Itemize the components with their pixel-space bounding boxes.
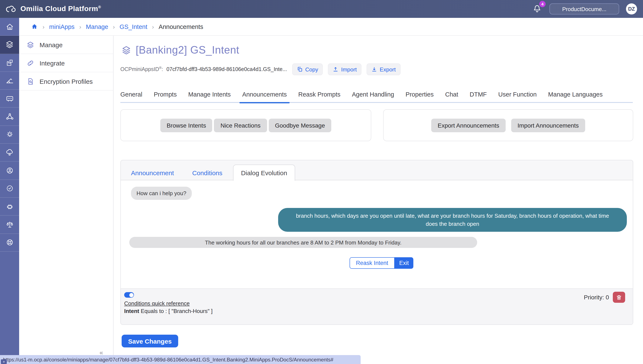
tab-properties[interactable]: Properties — [406, 91, 434, 102]
miniapps-id-value: 07cf7bfd-dff3-4b53-989d-86106e0ca4d1.GS_… — [166, 66, 287, 72]
announcement-editor-panel: Announcement Conditions Dialog Evolution… — [120, 160, 633, 325]
rail-item-home[interactable] — [0, 18, 19, 36]
tab-reask-prompts[interactable]: Reask Prompts — [298, 91, 340, 102]
browse-intents-button[interactable]: Browse Intents — [160, 118, 212, 132]
building-blocks-icon — [6, 58, 14, 66]
tab-announcement[interactable]: Announcement — [131, 169, 174, 176]
app-window: Omilia Cloud Platform® 4 ProductDocume..… — [0, 0, 643, 364]
rail-item-user-settings[interactable] — [0, 162, 19, 180]
tab-dialog-evolution[interactable]: Dialog Evolution — [233, 164, 295, 181]
tab-user-function[interactable]: User Function — [498, 91, 537, 102]
copy-label: Copy — [305, 66, 318, 72]
delete-announcement-button[interactable] — [613, 292, 625, 303]
tab-announcements[interactable]: Announcements — [242, 91, 287, 102]
icon-rail-sidebar — [0, 18, 19, 364]
breadcrumb-gs-intent[interactable]: GS_Intent — [120, 23, 147, 30]
design-tools-icon — [5, 76, 14, 85]
tab-manage-intents[interactable]: Manage Intents — [188, 91, 231, 102]
tab-conditions[interactable]: Conditions — [192, 169, 222, 176]
rail-item-integrations[interactable] — [0, 198, 19, 216]
goodbye-message-button[interactable]: Goodbye Message — [268, 118, 331, 132]
sidebar-item-label: Manage — [40, 41, 62, 48]
breadcrumb-home-icon[interactable] — [31, 24, 38, 30]
rail-item-miniapps[interactable] — [0, 36, 19, 54]
rail-item-design[interactable] — [0, 72, 19, 90]
save-changes-button[interactable]: Save Changes — [122, 335, 178, 348]
link-icon — [26, 59, 34, 67]
top-header: Omilia Cloud Platform® 4 ProductDocume..… — [0, 0, 643, 18]
tab-prompts[interactable]: Prompts — [154, 91, 177, 102]
miniapps-id-label: OCPminiAppsID®: — [120, 66, 163, 72]
bot-answer-bubble: The working hours for all our branches a… — [129, 237, 477, 248]
document-search-icon — [26, 77, 34, 85]
page-title: [Banking2] GS_Intent — [136, 44, 239, 56]
announcements-card: Export Announcements Import Announcement… — [383, 109, 633, 141]
layers-icon — [26, 40, 34, 49]
notification-count-badge: 4 — [539, 1, 546, 7]
import-announcements-button[interactable]: Import Announcements — [511, 118, 585, 132]
import-button[interactable]: Import — [328, 63, 362, 75]
export-label: Export — [380, 66, 396, 72]
rail-item-quality[interactable] — [0, 180, 19, 198]
sidebar-item-manage[interactable]: Manage — [19, 36, 113, 54]
copy-button[interactable]: Copy — [292, 63, 323, 75]
reask-intent-button[interactable]: Reask Intent — [350, 257, 395, 269]
import-label: Import — [341, 66, 357, 72]
nice-reactions-button[interactable]: Nice Reactions — [214, 118, 267, 132]
dialog-action-buttons: Reask Intent Exit — [350, 257, 414, 269]
miniapp-layers-icon — [121, 45, 132, 55]
sidebar-item-integrate[interactable]: Integrate — [19, 54, 113, 72]
trash-icon — [616, 294, 622, 300]
status-url-bar: https://us1-m.ocp.ai/console/miniapps/ma… — [0, 355, 360, 364]
export-button[interactable]: Export — [366, 63, 400, 75]
breadcrumb-manage[interactable]: Manage — [86, 23, 108, 30]
rail-item-orchestrator[interactable] — [0, 108, 19, 126]
breadcrumb: › miniApps › Manage › GS_Intent › Announ… — [19, 18, 643, 36]
announcement-enabled-toggle[interactable] — [124, 292, 134, 298]
user-settings-gear-icon — [5, 166, 14, 175]
sidebar-item-encryption-profiles[interactable]: Encryption Profiles — [19, 72, 113, 90]
priority-label: Priority: 0 — [584, 294, 609, 301]
exit-button[interactable]: Exit — [395, 257, 414, 269]
brand-title: Omilia Cloud Platform® — [20, 5, 101, 13]
tab-agent-handling[interactable]: Agent Handling — [352, 91, 394, 102]
rail-item-support[interactable] — [0, 234, 19, 252]
condition-summary: Intent Equals to : [ "Branch-Hours" ] — [124, 308, 213, 314]
export-announcements-button[interactable]: Export Announcements — [431, 118, 506, 132]
cloud-logo-icon — [5, 5, 16, 13]
rail-item-blocks[interactable] — [0, 54, 19, 72]
notifications-bell-icon[interactable]: 4 — [532, 4, 543, 14]
breadcrumb-miniapps[interactable]: miniApps — [49, 23, 74, 30]
home-icon — [5, 22, 14, 31]
account-group-button[interactable]: ProductDocume... — [550, 4, 619, 14]
page-tabs: General Prompts Manage Intents Announcem… — [120, 91, 602, 102]
export-icon — [371, 66, 377, 72]
breadcrumb-separator: › — [152, 23, 154, 30]
condition-rest: Equals to : [ "Branch-Hours" ] — [139, 308, 213, 314]
rail-item-chat-widget[interactable] — [0, 90, 19, 108]
tab-general[interactable]: General — [120, 91, 142, 102]
orchestrator-network-icon — [5, 112, 14, 121]
breadcrumb-separator: › — [113, 23, 115, 30]
breadcrumb-separator: › — [79, 23, 81, 30]
quality-badge-icon — [5, 184, 14, 193]
tab-chat[interactable]: Chat — [445, 91, 458, 102]
secondary-sidebar: Manage Integrate Encryption Profiles — [19, 36, 114, 364]
insights-bulb-icon — [5, 130, 14, 139]
user-avatar[interactable]: DZ — [626, 4, 637, 14]
brand: Omilia Cloud Platform® — [0, 5, 101, 13]
rail-item-voice[interactable] — [0, 144, 19, 162]
breadcrumb-current-announcements: Announcements — [158, 23, 203, 30]
chat-widget-icon — [5, 94, 14, 103]
conditions-quick-reference-link[interactable]: Conditions quick reference — [124, 300, 190, 306]
sidebar-collapse-chevron[interactable]: « — [100, 349, 103, 356]
brand-reg-mark: ® — [98, 5, 101, 9]
rail-item-insights[interactable] — [0, 126, 19, 144]
bot-greeting-bubble: How can i help you? — [131, 187, 192, 200]
rail-item-compliance[interactable] — [0, 216, 19, 234]
tab-dtmf[interactable]: DTMF — [470, 91, 487, 102]
miniapps-layers-icon — [5, 40, 14, 49]
sidebar-item-label: Encryption Profiles — [40, 78, 93, 85]
rail-expand-chevron[interactable]: » — [1, 359, 7, 364]
tab-manage-languages[interactable]: Manage Languages — [548, 91, 602, 102]
